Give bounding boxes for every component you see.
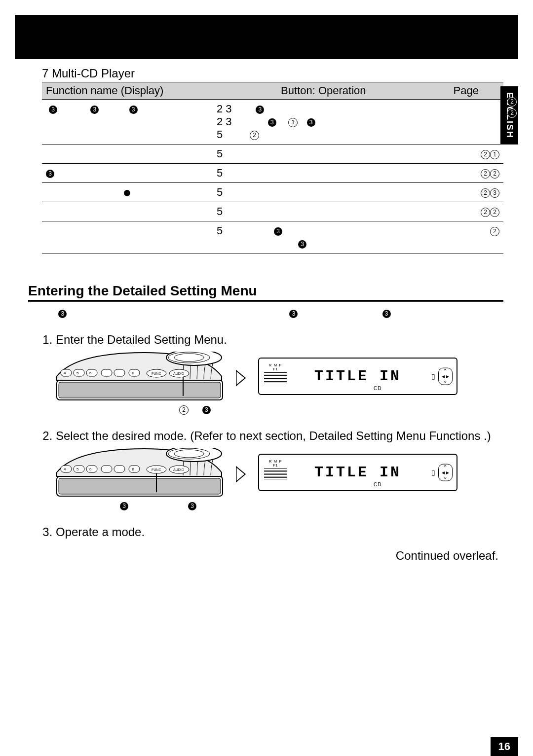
figure-row-2: 4 5 6 B FUNC AUDIO (56, 448, 503, 497)
svg-text:FUNC: FUNC (152, 372, 161, 375)
svg-text:4: 4 (64, 371, 66, 375)
table-row: 5 21 (42, 144, 503, 164)
manual-page: ENGLISH 2 2 7 Multi-CD Player Function n… (0, 15, 533, 756)
svg-text:AUDIO: AUDIO (173, 372, 185, 375)
figure-caption-1: 2 3 (56, 404, 503, 415)
svg-text:4: 4 (64, 467, 66, 471)
cell: 5 (217, 147, 223, 160)
step-1: Enter the Detailed Setting Menu. (56, 333, 503, 415)
table-row: 3 5 22 (42, 164, 503, 183)
table-row: 5 22 (42, 202, 503, 221)
svg-text:AUDIO: AUDIO (173, 468, 185, 471)
section-rule (28, 300, 503, 302)
lcd-main-text: TITLE IN (314, 464, 401, 481)
header-black-bar (15, 15, 518, 59)
device-diagram: 4 5 6 B FUNC AUDIO (56, 352, 224, 401)
figure-row-1: 4 5 6 B FUNC AUDIO (56, 352, 503, 401)
table-row: 5 23 (42, 183, 503, 202)
svg-rect-25 (61, 466, 72, 472)
figure-caption-2: 3 3 (56, 500, 503, 511)
step-text: Operate a mode. (56, 525, 145, 539)
source-title: 7 Multi-CD Player (42, 67, 503, 80)
cell: 2 3 (217, 103, 232, 115)
svg-rect-29 (114, 466, 125, 472)
th-operation: Button: Operation (213, 82, 434, 100)
table-row: 3 3 3 2 3 3 2 3 3 1 3 5 2 (42, 100, 503, 144)
svg-text:6: 6 (89, 467, 92, 471)
svg-rect-6 (74, 369, 84, 376)
lcd-sub-text: CD (374, 386, 381, 391)
svg-rect-1 (59, 382, 221, 398)
content-area: 7 Multi-CD Player Function name (Display… (0, 59, 533, 563)
th-function: Function name (Display) (42, 82, 213, 100)
page-number: 16 (491, 737, 518, 756)
lcd-sub-text: CD (374, 482, 381, 487)
step-2: Select the desired mode. (Refer to next … (56, 429, 503, 511)
cell: 5 (217, 186, 223, 198)
svg-rect-7 (86, 369, 97, 376)
svg-rect-5 (61, 369, 72, 376)
side-numbers: 2 2 (507, 96, 517, 118)
svg-text:5: 5 (76, 467, 79, 471)
svg-rect-28 (101, 466, 112, 472)
arrow-icon: ▷ (236, 365, 246, 387)
table-row: 5 3 3 2 (42, 221, 503, 253)
table-header-row: Function name (Display) Button: Operatio… (42, 82, 503, 100)
device-diagram: 4 5 6 B FUNC AUDIO (56, 448, 224, 497)
arrow-icon: ▷ (236, 462, 246, 483)
cell: 5 (217, 224, 223, 237)
lcd-panel: R M F F1 TITLE IN CD ▯ ⌃◂ ▸⌄ (258, 454, 457, 491)
svg-text:B: B (132, 371, 134, 375)
svg-rect-21 (59, 478, 221, 494)
dot-icon (124, 190, 130, 196)
step-text: Select the desired mode. (Refer to next … (56, 429, 491, 442)
lcd-main-text: TITLE IN (314, 368, 401, 385)
svg-rect-27 (86, 466, 97, 472)
lcd-panel: R M F F1 TITLE IN CD ▯ ⌃◂ ▸⌄ (258, 358, 457, 395)
th-page: Page (434, 82, 503, 100)
intro-markers: 3 3 3 (42, 308, 503, 319)
cell: 5 (217, 167, 223, 179)
function-table: Function name (Display) Button: Operatio… (42, 82, 503, 253)
cell: 2 3 (217, 115, 232, 128)
svg-rect-8 (101, 369, 112, 376)
continued-text: Continued overleaf. (42, 549, 503, 563)
svg-text:6: 6 (89, 371, 92, 375)
cell: 5 (217, 205, 223, 217)
svg-text:FUNC: FUNC (152, 468, 161, 471)
section-heading: Entering the Detailed Setting Menu (28, 283, 503, 299)
steps-list: Enter the Detailed Setting Menu. (42, 333, 503, 539)
step-text: Enter the Detailed Setting Menu. (56, 333, 227, 346)
svg-rect-9 (114, 369, 125, 376)
svg-text:B: B (132, 467, 134, 471)
svg-rect-26 (74, 466, 84, 472)
svg-text:5: 5 (76, 371, 79, 375)
step-3: Operate a mode. (56, 525, 503, 539)
